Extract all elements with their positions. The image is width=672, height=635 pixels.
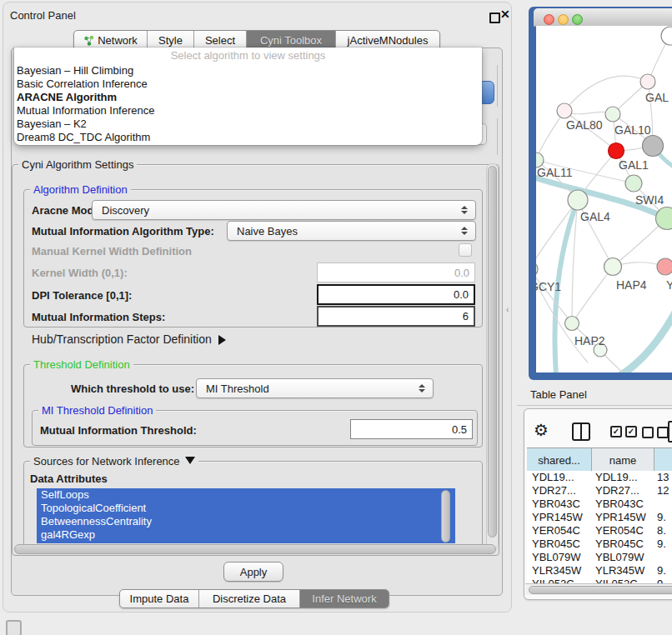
node-gcy1[interactable] <box>536 262 538 277</box>
node-unlabeled[interactable] <box>661 27 672 45</box>
node-gal-cut[interactable] <box>640 74 655 89</box>
tab-jactivemnodules-label: jActiveMNodules <box>348 34 429 47</box>
node-y-cut[interactable] <box>657 258 672 275</box>
table-row[interactable]: YIL052C YIL052C 9. <box>527 578 672 583</box>
node-hap4[interactable] <box>604 258 622 276</box>
tab-discretize-data[interactable]: Discretize Data <box>199 590 300 608</box>
dropdown-item-aracne[interactable]: ARACNE Algorithm <box>14 91 482 104</box>
hidden-groupbox-edge <box>497 118 498 155</box>
table-row[interactable]: YER054C YER054C 8. <box>527 524 672 538</box>
attribute-item-selected[interactable]: gal4RGexp <box>37 528 455 542</box>
table-row[interactable]: YDL19... YDL19... 13 <box>527 471 672 484</box>
attribute-item-selected[interactable]: BetweennessCentrality <box>37 515 455 528</box>
node-gray[interactable] <box>643 136 664 157</box>
cyni-bottom-tabbar: Impute Data Discretize Data Infer Networ… <box>119 589 389 608</box>
cell <box>654 551 672 564</box>
close-panel-icon[interactable]: ✕ <box>500 8 510 21</box>
tab-discretize-data-label: Discretize Data <box>213 592 286 605</box>
which-threshold-value: MI Threshold <box>206 382 269 395</box>
table-settings-gear-icon[interactable]: ⚙ <box>534 420 549 440</box>
tab-impute-data[interactable]: Impute Data <box>120 590 199 608</box>
threshold-definition-title: Threshold Definition <box>30 358 133 371</box>
node-gal1[interactable] <box>625 175 642 192</box>
table-hscrollbar-thumb[interactable] <box>529 586 672 594</box>
column-header-shared[interactable]: shared... <box>527 448 592 472</box>
mi-type-label: Mutual Information Algorithm Type: <box>32 225 214 238</box>
node-label-gal-cut: GAL <box>645 91 669 104</box>
mi-type-combobox[interactable]: Naive Bayes <box>227 221 476 241</box>
cell: YER054C <box>527 524 592 538</box>
attributes-scrollbar-thumb[interactable] <box>441 490 450 542</box>
column-layout-icon[interactable] <box>572 422 590 441</box>
cell: YLR345W <box>592 564 654 578</box>
node-label-gal80: GAL80 <box>566 118 603 132</box>
attribute-item-selected[interactable]: SelfLoops <box>37 488 455 502</box>
network-canvas[interactable]: GAL GAL80 GAL10 GAL1 GAL11 SWI4 GAL4 GCY… <box>536 26 672 372</box>
cell: YBR043C <box>592 498 654 511</box>
edge <box>572 267 613 323</box>
column-header-cut[interactable] <box>654 448 672 472</box>
table-row[interactable]: YDR27... YDR27... 12 <box>527 484 672 498</box>
network-window-titlebar[interactable] <box>534 8 672 27</box>
dropdown-item[interactable]: Basic Correlation Inference <box>14 78 482 91</box>
aracne-mode-combobox[interactable]: Discovery <box>92 200 476 220</box>
control-panel-title: Control Panel <box>10 9 76 22</box>
select-all-checkboxes-icon[interactable]: ✓✓ <box>610 426 637 438</box>
apply-button-label: Apply <box>240 566 268 578</box>
table-row[interactable]: YBR045C YBR045C 9. <box>527 538 672 551</box>
cell: YBL079W <box>592 551 654 564</box>
algorithm-select-dropdown: Select algorithm to view settings Bayesi… <box>14 48 482 145</box>
mi-threshold-value: 0.5 <box>452 423 467 436</box>
float-window-icon[interactable] <box>489 12 500 23</box>
table-row[interactable]: YPR145W YPR145W 9. <box>527 511 672 524</box>
table-row[interactable]: YLR345W YLR345W 9. <box>527 564 672 578</box>
dropdown-item[interactable]: Bayesian – Hill Climbing <box>14 64 482 78</box>
tab-infer-network[interactable]: Infer Network <box>300 590 389 608</box>
which-threshold-combobox[interactable]: MI Threshold <box>196 378 434 398</box>
dropdown-item[interactable]: Dream8 DC_TDC Algorithm <box>14 131 482 144</box>
cell: 9. <box>654 578 672 583</box>
cell: YBR043C <box>527 498 592 511</box>
cell: YPR145W <box>592 511 654 524</box>
manual-kernel-label: Manual Kernel Width Definition <box>32 245 192 258</box>
table-hscrollbar-track[interactable] <box>525 583 672 595</box>
kernel-width-field[interactable]: 0.0 <box>317 262 475 282</box>
deselect-all-checkboxes-icon[interactable] <box>642 427 669 438</box>
settings-hscrollbar-thumb[interactable] <box>14 544 496 554</box>
dropdown-item[interactable]: Mutual Information Inference <box>14 104 482 118</box>
which-threshold-label: Which threshold to use: <box>71 382 194 395</box>
apply-button[interactable]: Apply <box>223 562 283 582</box>
node-gal80[interactable] <box>557 103 572 118</box>
minimize-traffic-light-icon[interactable] <box>558 14 569 25</box>
node-hap2[interactable] <box>565 317 579 331</box>
node-gal10[interactable] <box>605 107 620 122</box>
algorithm-placeholder: Select algorithm to view settings <box>14 48 482 64</box>
close-traffic-light-icon[interactable] <box>544 14 554 25</box>
sources-group-title[interactable]: Sources for Network Inference <box>30 455 198 468</box>
column-header-name[interactable]: name <box>592 448 654 472</box>
cell: YBL079W <box>527 551 592 564</box>
document-icon-fragment[interactable] <box>668 421 672 442</box>
kernel-width-label: Kernel Width (0,1): <box>32 267 128 279</box>
node-gal4[interactable] <box>568 190 588 210</box>
dropdown-item[interactable]: Bayesian – K2 <box>14 118 482 131</box>
zoom-traffic-light-icon[interactable] <box>572 14 583 25</box>
manual-kernel-checkbox[interactable] <box>459 243 472 257</box>
cell: 13 <box>654 471 672 484</box>
mi-threshold-label: Mutual Information Threshold: <box>40 424 197 437</box>
minimized-panel-grip[interactable] <box>6 620 22 635</box>
cell: 8. <box>654 524 672 538</box>
mi-steps-field[interactable]: 6 <box>317 306 475 327</box>
attribute-item-selected[interactable]: TopologicalCoefficient <box>37 502 455 515</box>
table-row[interactable]: YBL079W YBL079W <box>527 551 672 564</box>
settings-scrollbar-thumb[interactable] <box>488 166 497 538</box>
table-row[interactable]: YBR043C YBR043C <box>527 498 672 511</box>
mi-threshold-title: MI Threshold Definition <box>38 404 156 417</box>
cell: 9. <box>654 511 672 524</box>
dpi-tolerance-field[interactable]: 0.0 <box>317 284 475 305</box>
mi-threshold-field[interactable]: 0.5 <box>350 419 473 439</box>
node-red-selected[interactable] <box>609 143 624 159</box>
hub-definition-disclosure[interactable]: Hub/Transcription Factor Definition <box>32 332 226 346</box>
aracne-mode-value: Discovery <box>102 204 149 217</box>
table-panel-title: Table Panel <box>530 388 587 401</box>
